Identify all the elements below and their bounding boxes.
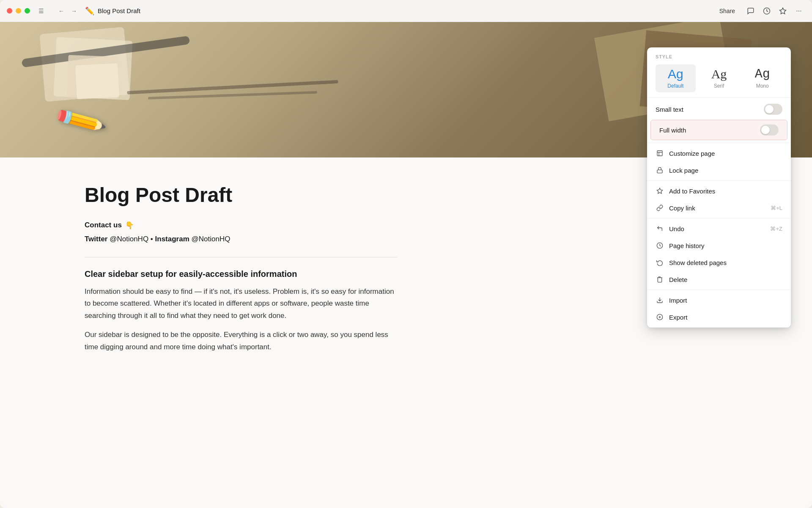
menu-item-customize[interactable]: Customize page [647, 145, 791, 162]
customize-icon [656, 149, 664, 157]
small-text-label: Small text [656, 106, 683, 113]
show-deleted-label: Show deleted pages [669, 259, 782, 266]
page-title-bar: Blog Post Draft [98, 7, 140, 14]
style-name-default: Default [667, 83, 683, 89]
minimize-button[interactable] [16, 8, 21, 14]
star-icon [779, 7, 787, 15]
nav-buttons: ← → [55, 5, 80, 17]
style-ag-mono: Ag [755, 68, 770, 80]
titlebar: ☰ ← → ✏️ Blog Post Draft Share [0, 0, 812, 22]
app-window: ☰ ← → ✏️ Blog Post Draft Share [0, 0, 812, 508]
pencil-emoji: ✏️ [52, 93, 109, 148]
contact-label: Contact us [85, 221, 122, 229]
style-option-default[interactable]: Ag Default [656, 64, 696, 92]
style-ag-default: Ag [668, 68, 683, 80]
menu-section-2: Add to Favorites Copy link ⌘+L [647, 181, 791, 218]
svg-rect-4 [657, 151, 662, 156]
customize-label: Customize page [669, 150, 782, 157]
style-option-serif[interactable]: Ag Serif [699, 64, 739, 92]
svg-rect-7 [657, 170, 662, 173]
menu-icon: ☰ [38, 8, 44, 14]
menu-item-undo[interactable]: Undo ⌘+Z [647, 220, 791, 237]
copy-link-shortcut: ⌘+L [771, 205, 782, 211]
full-width-row[interactable]: Full width [650, 120, 787, 140]
instagram-label: Instagram [155, 235, 189, 243]
close-button[interactable] [7, 8, 12, 14]
more-button[interactable]: ··· [793, 5, 805, 17]
comment-icon [747, 7, 754, 15]
menu-item-favorites[interactable]: Add to Favorites [647, 182, 791, 199]
comment-button[interactable] [744, 5, 757, 17]
instagram-handle: @NotionHQ [192, 235, 230, 243]
menu-section-4: Import Export [647, 290, 791, 328]
export-label: Export [669, 314, 782, 321]
forward-button[interactable]: → [68, 5, 80, 17]
toggle-section: Small text [647, 98, 791, 143]
full-width-toggle[interactable] [760, 124, 779, 135]
twitter-handle: @NotionHQ [110, 235, 148, 243]
svg-marker-1 [780, 8, 786, 14]
dropdown-menu: STYLE Ag Default Ag Serif Ag Mono [647, 47, 791, 328]
body-text-1: Information should be easy to find — if … [85, 286, 398, 323]
social-line: Twitter @NotionHQ • Instagram @NotionHQ [85, 235, 398, 243]
page-history-icon [656, 241, 664, 250]
svg-marker-8 [657, 188, 662, 193]
star-button[interactable] [776, 5, 789, 17]
menu-item-delete[interactable]: Delete [647, 271, 791, 288]
hero-card-2 [75, 63, 119, 99]
menu-item-import[interactable]: Import [647, 292, 791, 309]
full-width-label: Full width [659, 127, 686, 134]
small-text-row[interactable]: Small text [647, 99, 791, 119]
content-area: ✏️ Blog Post Draft Contact us 👇 Twitter … [0, 22, 812, 508]
full-width-container: Full width [647, 120, 791, 140]
menu-button[interactable]: ☰ [35, 5, 47, 17]
export-icon [656, 313, 664, 321]
content-divider [85, 257, 398, 257]
menu-item-copy-link[interactable]: Copy link ⌘+L [647, 199, 791, 216]
favorites-icon [656, 187, 664, 195]
style-name-mono: Mono [756, 83, 769, 89]
section-title: Clear sidebar setup for easily-accessibl… [85, 269, 398, 279]
page-title-area: ✏️ Blog Post Draft [85, 6, 708, 16]
small-text-knob [765, 105, 774, 113]
menu-item-page-history[interactable]: Page history [647, 237, 791, 254]
undo-label: Undo [669, 225, 765, 232]
menu-item-show-deleted[interactable]: Show deleted pages [647, 254, 791, 271]
maximize-button[interactable] [25, 8, 30, 14]
style-option-mono[interactable]: Ag Mono [742, 64, 782, 92]
share-button[interactable]: Share [713, 6, 741, 17]
import-label: Import [669, 297, 782, 304]
titlebar-right: Share ··· [713, 5, 805, 17]
history-button[interactable] [760, 5, 773, 17]
style-section-label: STYLE [656, 54, 782, 59]
copy-link-label: Copy link [669, 204, 765, 212]
brush-line-2 [148, 91, 317, 99]
menu-item-export[interactable]: Export [647, 309, 791, 326]
lock-icon [656, 166, 664, 174]
delete-label: Delete [669, 276, 782, 283]
delete-icon [656, 275, 664, 284]
page-content: Blog Post Draft Contact us 👇 Twitter @No… [0, 157, 448, 386]
page-main-title: Blog Post Draft [85, 183, 398, 207]
body-text-2: Our sidebar is designed to be the opposi… [85, 329, 398, 353]
undo-shortcut: ⌘+Z [770, 226, 782, 232]
import-icon [656, 296, 664, 304]
page-icon: ✏️ [85, 6, 94, 16]
full-width-knob [761, 126, 770, 134]
show-deleted-icon [656, 258, 664, 267]
copy-link-icon [656, 204, 664, 212]
clock-icon [763, 7, 771, 15]
lock-label: Lock page [669, 167, 782, 174]
style-section: STYLE Ag Default Ag Serif Ag Mono [647, 47, 791, 98]
menu-section-1: Customize page Lock page [647, 143, 791, 181]
style-name-serif: Serif [714, 83, 724, 89]
style-ag-serif: Ag [711, 68, 727, 80]
small-text-toggle[interactable] [764, 104, 782, 115]
undo-icon [656, 224, 664, 233]
style-options: Ag Default Ag Serif Ag Mono [656, 64, 782, 92]
social-separator: • [151, 235, 155, 243]
favorites-label: Add to Favorites [669, 188, 782, 195]
back-button[interactable]: ← [55, 5, 67, 17]
menu-item-lock[interactable]: Lock page [647, 162, 791, 179]
menu-section-3: Undo ⌘+Z Page history [647, 218, 791, 290]
